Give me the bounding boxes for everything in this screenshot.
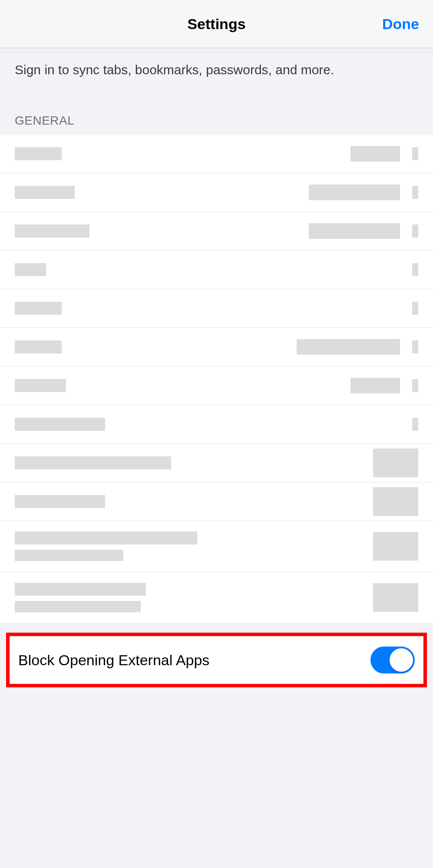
row-label-placeholder bbox=[15, 418, 105, 431]
row-label-placeholder bbox=[15, 302, 62, 315]
settings-row[interactable] bbox=[0, 366, 433, 405]
settings-list bbox=[0, 135, 433, 624]
toggle-placeholder[interactable] bbox=[373, 583, 418, 612]
settings-header: Settings Done bbox=[0, 0, 433, 48]
chevron-right-icon bbox=[412, 379, 418, 392]
row-label-placeholder bbox=[15, 186, 75, 199]
chevron-right-icon bbox=[412, 224, 418, 238]
row-label-placeholder bbox=[15, 531, 197, 545]
block-external-apps-label: Block Opening External Apps bbox=[18, 652, 209, 669]
row-label-placeholder bbox=[15, 340, 62, 353]
row-label-placeholder bbox=[15, 263, 46, 276]
row-label-placeholder bbox=[15, 224, 89, 238]
page-title: Settings bbox=[187, 16, 245, 33]
row-value-placeholder bbox=[309, 223, 400, 239]
section-header-general: GENERAL bbox=[0, 83, 433, 135]
row-value-placeholder bbox=[309, 185, 400, 200]
row-sublabel-placeholder bbox=[15, 550, 123, 561]
row-value-placeholder bbox=[297, 339, 400, 355]
settings-row[interactable] bbox=[0, 405, 433, 444]
row-label-placeholder bbox=[15, 379, 66, 392]
done-button[interactable]: Done bbox=[382, 16, 419, 33]
chevron-right-icon bbox=[412, 263, 418, 276]
spacer bbox=[0, 48, 433, 53]
settings-row[interactable] bbox=[0, 289, 433, 328]
chevron-right-icon bbox=[412, 147, 418, 160]
signin-prompt[interactable]: Sign in to sync tabs, bookmarks, passwor… bbox=[0, 53, 433, 83]
toggle-placeholder[interactable] bbox=[373, 487, 418, 516]
settings-row[interactable] bbox=[0, 444, 433, 482]
toggle-placeholder[interactable] bbox=[373, 449, 418, 477]
settings-row[interactable] bbox=[0, 251, 433, 289]
row-label-placeholder bbox=[15, 495, 105, 508]
settings-row[interactable] bbox=[0, 212, 433, 251]
settings-row[interactable] bbox=[0, 521, 433, 572]
settings-row[interactable] bbox=[0, 328, 433, 366]
block-external-apps-row[interactable]: Block Opening External Apps bbox=[6, 633, 427, 687]
row-sublabel-placeholder bbox=[15, 601, 141, 612]
chevron-right-icon bbox=[412, 340, 418, 353]
settings-row[interactable] bbox=[0, 572, 433, 624]
row-value-placeholder bbox=[350, 378, 400, 393]
chevron-right-icon bbox=[412, 186, 418, 199]
settings-row[interactable] bbox=[0, 135, 433, 173]
row-label-placeholder bbox=[15, 583, 146, 596]
row-label-placeholder bbox=[15, 456, 171, 469]
chevron-right-icon bbox=[412, 302, 418, 315]
row-label-placeholder bbox=[15, 147, 62, 160]
settings-row[interactable] bbox=[0, 482, 433, 521]
settings-row[interactable] bbox=[0, 173, 433, 212]
toggle-placeholder[interactable] bbox=[373, 532, 418, 561]
chevron-right-icon bbox=[412, 418, 418, 431]
signin-text: Sign in to sync tabs, bookmarks, passwor… bbox=[15, 62, 418, 78]
toggle-thumb bbox=[390, 648, 413, 672]
row-value-placeholder bbox=[350, 146, 400, 162]
block-external-apps-toggle[interactable] bbox=[370, 647, 415, 673]
